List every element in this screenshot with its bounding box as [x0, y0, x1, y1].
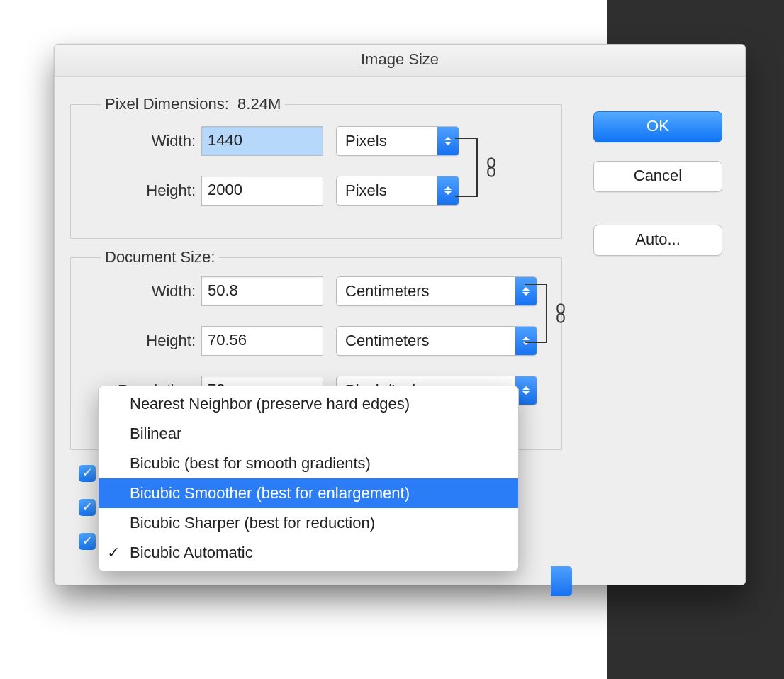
pixel-width-unit-value: Pixels	[345, 132, 437, 150]
doc-width-label: Width:	[71, 282, 201, 301]
menu-item-bicubic-sharper[interactable]: Bicubic Sharper (best for reduction)	[99, 508, 518, 538]
menu-item-bicubic-smoother[interactable]: Bicubic Smoother (best for enlargement)	[99, 478, 518, 508]
doc-width-input[interactable]: 50.8	[201, 276, 323, 306]
checkbox-icon	[79, 465, 96, 482]
pixel-dimensions-label: Pixel Dimensions:	[105, 95, 229, 113]
checkbox-icon	[79, 533, 96, 550]
pixel-dimensions-group: Pixel Dimensions: 8.24M Width: 1440 Pixe…	[70, 104, 562, 239]
svg-rect-2	[557, 304, 564, 313]
dialog-title: Image Size	[55, 45, 745, 77]
doc-height-unit-select[interactable]: Centimeters	[336, 326, 537, 356]
pixel-dimensions-legend: Pixel Dimensions: 8.24M	[101, 95, 285, 113]
pixel-width-unit-select[interactable]: Pixels	[336, 126, 459, 156]
constrain-link-doc	[525, 278, 569, 349]
menu-item-bicubic[interactable]: Bicubic (best for smooth gradients)	[99, 449, 518, 478]
resample-method-menu: Nearest Neighbor (preserve hard edges) B…	[98, 386, 519, 571]
pixel-height-unit-select[interactable]: Pixels	[336, 176, 459, 206]
chain-link-icon[interactable]	[483, 157, 499, 177]
svg-rect-1	[488, 167, 494, 176]
checkmark-icon: ✓	[107, 538, 120, 568]
pixel-height-label: Height:	[71, 181, 201, 200]
doc-height-input[interactable]: 70.56	[201, 326, 323, 356]
pixel-dimensions-size: 8.24M	[237, 95, 281, 113]
doc-height-unit-value: Centimeters	[345, 332, 515, 350]
menu-item-bicubic-automatic[interactable]: ✓ Bicubic Automatic	[99, 538, 518, 568]
checkbox-icon	[79, 499, 96, 516]
doc-width-unit-select[interactable]: Centimeters	[336, 276, 537, 306]
menu-item-bilinear[interactable]: Bilinear	[99, 419, 518, 449]
bracket-icon	[525, 284, 547, 343]
resample-method-select-arrow[interactable]	[551, 566, 572, 596]
chain-link-icon[interactable]	[553, 303, 569, 323]
auto-button[interactable]: Auto...	[593, 225, 722, 256]
cancel-button[interactable]: Cancel	[593, 161, 722, 192]
pixel-width-input[interactable]: 1440	[201, 126, 323, 156]
ok-button[interactable]: OK	[593, 111, 722, 142]
menu-item-label: Bicubic Automatic	[130, 544, 253, 561]
svg-rect-3	[557, 313, 564, 322]
doc-height-label: Height:	[71, 332, 201, 350]
constrain-link-pixel	[455, 132, 499, 203]
bracket-icon	[455, 138, 478, 197]
doc-width-unit-value: Centimeters	[345, 282, 515, 301]
pixel-width-label: Width:	[71, 132, 201, 150]
menu-item-nearest-neighbor[interactable]: Nearest Neighbor (preserve hard edges)	[99, 389, 518, 419]
pixel-height-input[interactable]: 2000	[201, 176, 323, 206]
svg-rect-0	[488, 158, 494, 167]
pixel-height-unit-value: Pixels	[345, 181, 437, 200]
document-size-legend: Document Size:	[101, 248, 219, 266]
